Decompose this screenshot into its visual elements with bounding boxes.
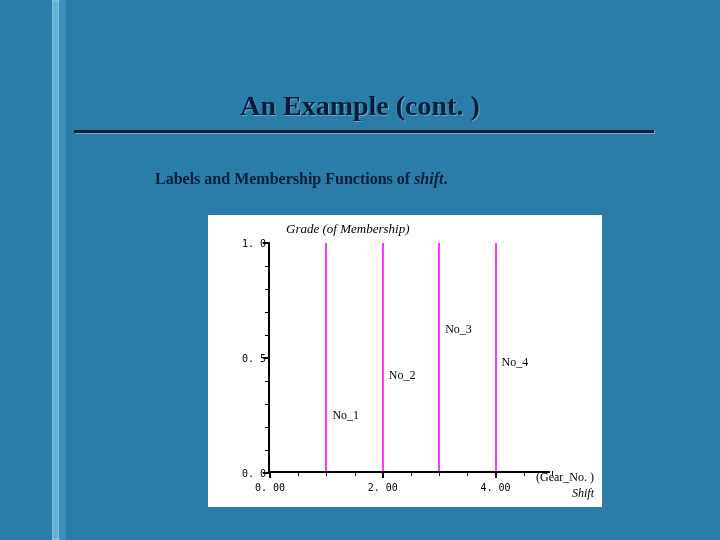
xtick-minor [298,471,299,476]
xtick-label: 4. 00 [481,482,511,493]
membership-line-No_2 [382,243,384,471]
ytick-minor [265,312,270,313]
ytick-label: 1. 0 [234,238,266,249]
xtick-minor [411,471,412,476]
ytick-minor [265,404,270,405]
chart-y-title: Grade (of Membership) [286,221,409,237]
membership-line-No_3 [438,243,440,471]
x-axis-label: Shift [572,486,594,501]
ytick-label: 0. 0 [234,468,266,479]
xtick-minor [326,471,327,476]
ytick-minor [265,450,270,451]
series-label-No_4: No_4 [502,355,529,370]
series-label-No_2: No_2 [389,368,416,383]
plot-area: 0. 00. 51. 00. 002. 004. 00No_1No_2No_3N… [268,243,550,473]
side-accent-bar [52,0,74,540]
xtick-major [269,471,271,478]
xtick-minor [524,471,525,476]
subtitle-italic: shift [414,170,443,187]
slide-subtitle: Labels and Membership Functions of shift… [155,170,447,188]
subtitle-prefix: Labels and Membership Functions of [155,170,414,187]
series-label-No_3: No_3 [445,322,472,337]
xtick-minor [439,471,440,476]
ytick-minor [265,335,270,336]
slide-title: An Example (cont. ) [0,90,720,122]
membership-line-No_4 [495,243,497,471]
ytick-minor [265,289,270,290]
title-underline [74,130,654,133]
series-label-No_1: No_1 [332,408,359,423]
ytick-label: 0. 5 [234,353,266,364]
xtick-minor [467,471,468,476]
chart-panel: Grade (of Membership) 0. 00. 51. 00. 002… [208,215,602,507]
x-unit-label: (Gear_No. ) [536,470,594,485]
xtick-major [382,471,384,478]
ytick-minor [265,381,270,382]
ytick-minor [265,266,270,267]
ytick-minor [265,427,270,428]
membership-line-No_1 [325,243,327,471]
xtick-label: 2. 00 [368,482,398,493]
xtick-major [495,471,497,478]
subtitle-suffix: . [443,170,447,187]
xtick-label: 0. 00 [255,482,285,493]
xtick-minor [355,471,356,476]
